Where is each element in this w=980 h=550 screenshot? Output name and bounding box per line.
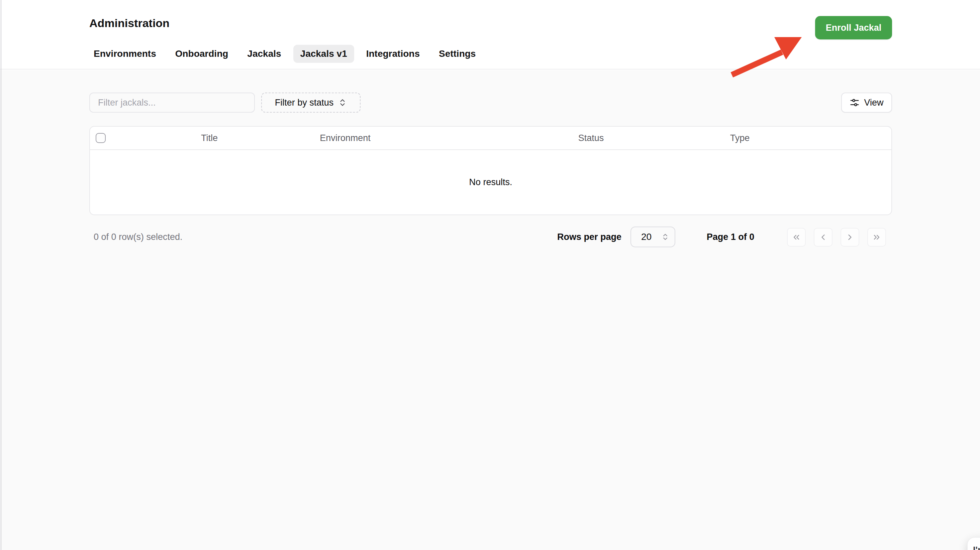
tab-integrations[interactable]: Integrations	[366, 45, 420, 63]
tab-onboarding[interactable]: Onboarding	[175, 45, 228, 63]
admin-header: Administration Environments Onboarding J…	[0, 0, 980, 70]
empty-state-message: No results.	[469, 177, 512, 187]
jackals-v1-panel: Filter by status View Title Environment …	[0, 70, 980, 550]
tab-environments[interactable]: Environments	[94, 45, 156, 63]
view-options-button[interactable]: View	[841, 93, 892, 113]
column-header-environment: Environment	[320, 133, 371, 143]
status-filter-button[interactable]: Filter by status	[261, 93, 361, 113]
column-header-title: Title	[201, 133, 218, 143]
rows-per-page-value: 20	[641, 231, 652, 242]
admin-tabs: Environments Onboarding Jackals Jackals …	[94, 45, 476, 63]
rows-per-page-select[interactable]: 20	[630, 227, 675, 247]
chevrons-right-icon	[872, 233, 881, 242]
chevrons-left-icon	[792, 233, 801, 242]
filter-jackals-input[interactable]	[89, 93, 255, 113]
column-header-status: Status	[578, 133, 604, 143]
pagination-controls	[787, 228, 886, 247]
last-page-button[interactable]	[867, 228, 886, 247]
table-header-row: Title Environment Status Type	[90, 127, 891, 150]
page-title: Administration	[89, 17, 170, 30]
sliders-icon	[850, 98, 859, 108]
first-page-button[interactable]	[787, 228, 806, 247]
select-all-checkbox[interactable]	[95, 133, 106, 143]
previous-page-button[interactable]	[814, 228, 832, 247]
tab-jackals[interactable]: Jackals	[247, 45, 281, 63]
next-page-button[interactable]	[840, 228, 859, 247]
view-button-label: View	[864, 98, 883, 108]
chevrons-up-down-icon	[661, 233, 669, 241]
partial-toast: I'm	[967, 537, 980, 550]
tab-jackals-v1[interactable]: Jackals v1	[293, 45, 354, 63]
partial-toast-text: I'm	[973, 545, 980, 550]
chevron-left-icon	[818, 233, 828, 242]
window-left-border	[1, 0, 2, 550]
jackals-table: Title Environment Status Type No results…	[89, 126, 892, 215]
column-header-type: Type	[730, 133, 750, 143]
selection-summary: 0 of 0 row(s) selected.	[94, 232, 183, 242]
status-filter-label: Filter by status	[275, 98, 334, 108]
tab-settings[interactable]: Settings	[439, 45, 476, 63]
table-empty-state: No results.	[90, 150, 891, 214]
enroll-jackal-button[interactable]: Enroll Jackal	[815, 16, 892, 40]
page-indicator: Page 1 of 0	[706, 232, 755, 242]
chevrons-up-down-icon	[338, 98, 347, 107]
rows-per-page-label: Rows per page	[557, 232, 622, 242]
chevron-right-icon	[845, 233, 854, 242]
